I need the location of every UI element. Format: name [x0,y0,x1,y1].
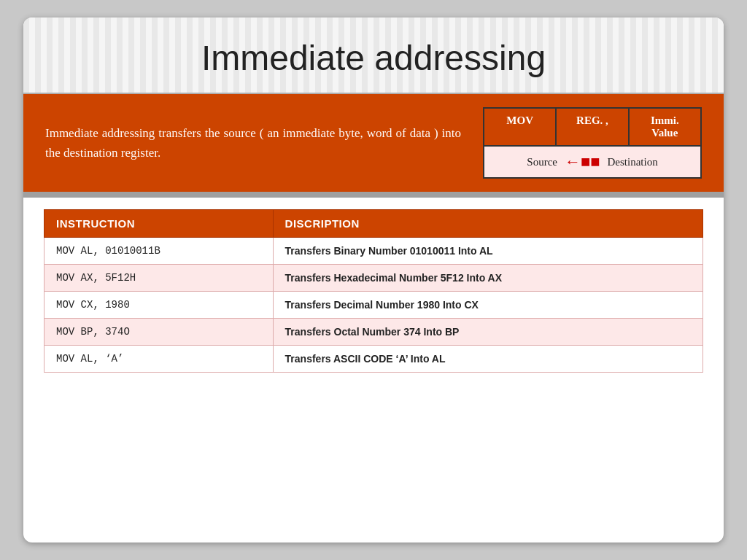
cell-instruction: MOV AL, ‘A’ [44,346,274,373]
mov-header-immi: Immi. Value [630,109,700,145]
cell-description: Transfers Decimal Number 1980 Into CX [273,292,703,319]
col-header-instruction: INSTRUCTION [44,210,274,238]
cell-instruction: MOV AL, 01010011B [44,238,274,265]
cell-description: Transfers Hexadecimal Number 5F12 Into A… [273,265,703,292]
table-section: INSTRUCTION DISCRIPTION MOV AL, 01010011… [23,198,724,542]
slide-header: Immediate addressing [23,18,724,94]
mov-header-row: MOV REG. , Immi. Value [484,109,700,147]
table-row: MOV AX, 5F12HTransfers Hexadecimal Numbe… [44,265,703,292]
info-band: Immediate addressing transfers the sourc… [23,94,724,192]
slide-title: Immediate addressing [53,38,694,78]
table-row: MOV BP, 374OTransfers Octal Number 374 I… [44,319,703,346]
cell-instruction: MOV AX, 5F12H [44,265,274,292]
mov-body-row: Source ←■■ Destination [484,147,700,177]
mov-header-mov: MOV [484,109,557,145]
mov-source-label: Source [527,156,557,168]
col-header-description: DISCRIPTION [273,210,703,238]
arrow-icon: ←■■ [565,152,600,171]
mov-destination-label: Destination [608,156,658,168]
mov-table: MOV REG. , Immi. Value Source ←■■ Destin… [483,107,702,179]
slide: Immediate addressing Immediate addressin… [23,18,724,542]
instructions-table: INSTRUCTION DISCRIPTION MOV AL, 01010011… [44,209,703,373]
table-row: MOV AL, 01010011BTransfers Binary Number… [44,238,703,265]
table-row: MOV AL, ‘A’Transfers ASCII CODE ‘A’ Into… [44,346,703,373]
section-divider [23,192,724,198]
cell-description: Transfers Octal Number 374 Into BP [273,319,703,346]
cell-instruction: MOV BP, 374O [44,319,274,346]
cell-instruction: MOV CX, 1980 [44,292,274,319]
table-row: MOV CX, 1980Transfers Decimal Number 198… [44,292,703,319]
cell-description: Transfers ASCII CODE ‘A’ Into AL [273,346,703,373]
info-text: Immediate addressing transfers the sourc… [45,123,461,163]
cell-description: Transfers Binary Number 01010011 Into AL [273,238,703,265]
table-header-row: INSTRUCTION DISCRIPTION [44,210,703,238]
mov-header-reg: REG. , [557,109,629,145]
